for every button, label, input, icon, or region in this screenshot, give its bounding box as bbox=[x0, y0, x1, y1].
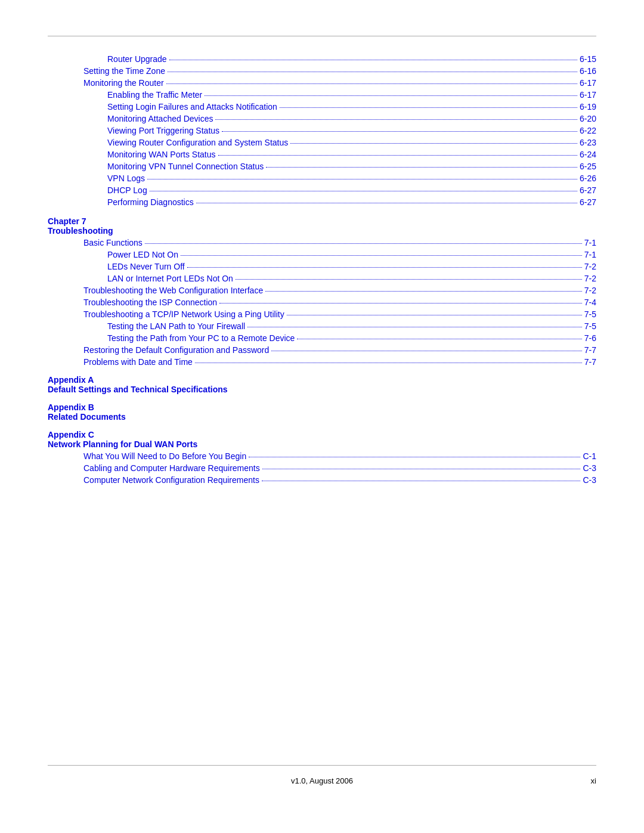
dots bbox=[280, 107, 577, 108]
entry-text: Monitoring VPN Tunnel Connection Status bbox=[107, 162, 264, 171]
page-num: 6-24 bbox=[580, 150, 596, 159]
dots bbox=[147, 179, 577, 179]
toc-entry-restoring-default-config[interactable]: Restoring the Default Configuration and … bbox=[48, 345, 596, 355]
toc-entry-enabling-traffic-meter[interactable]: Enabling the Traffic Meter 6-17 bbox=[48, 90, 596, 100]
dots bbox=[187, 267, 582, 268]
entry-text: Setting the Time Zone bbox=[83, 66, 165, 76]
page-num: C-3 bbox=[583, 463, 596, 473]
dots bbox=[247, 327, 582, 327]
toc-entry-performing-diagnostics[interactable]: Performing Diagnostics 6-27 bbox=[48, 197, 596, 207]
dots bbox=[290, 143, 577, 144]
toc-entry-router-upgrade[interactable]: Router Upgrade 6-15 bbox=[48, 54, 596, 64]
toc-entry-computer-network-config[interactable]: Computer Network Configuration Requireme… bbox=[48, 475, 596, 485]
dots bbox=[236, 279, 582, 280]
page-num: 6-17 bbox=[580, 90, 596, 100]
entry-text: Performing Diagnostics bbox=[107, 197, 194, 207]
footer-page: xi bbox=[578, 776, 596, 785]
bottom-divider bbox=[48, 765, 596, 766]
toc-entry-monitoring-attached-devices[interactable]: Monitoring Attached Devices 6-20 bbox=[48, 114, 596, 123]
toc-entry-vpn-logs[interactable]: VPN Logs 6-26 bbox=[48, 174, 596, 183]
page-num: 6-23 bbox=[580, 138, 596, 147]
entry-text: Monitoring WAN Ports Status bbox=[107, 150, 216, 159]
toc-entry-troubleshooting-isp[interactable]: Troubleshooting the ISP Connection 7-4 bbox=[48, 298, 596, 307]
dots bbox=[262, 469, 581, 469]
dots bbox=[222, 131, 577, 132]
entry-text: Power LED Not On bbox=[107, 250, 178, 259]
page-num: 7-4 bbox=[584, 298, 596, 307]
entry-text: Viewing Port Triggering Status bbox=[107, 126, 219, 135]
page-num: 7-7 bbox=[584, 345, 596, 355]
toc-entry-dhcp-log[interactable]: DHCP Log 6-27 bbox=[48, 185, 596, 195]
toc-entry-testing-path-pc[interactable]: Testing the Path from Your PC to a Remot… bbox=[48, 333, 596, 343]
page-num: 6-27 bbox=[580, 185, 596, 195]
toc-entry-monitoring-wan-ports[interactable]: Monitoring WAN Ports Status 6-24 bbox=[48, 150, 596, 159]
toc-entry-basic-functions[interactable]: Basic Functions 7-1 bbox=[48, 238, 596, 247]
toc-entry-problems-date-time[interactable]: Problems with Date and Time 7-7 bbox=[48, 357, 596, 367]
page-num: 7-1 bbox=[584, 250, 596, 259]
toc-entry-monitoring-vpn-tunnel[interactable]: Monitoring VPN Tunnel Connection Status … bbox=[48, 162, 596, 171]
page-num: 6-22 bbox=[580, 126, 596, 135]
toc-entry-cabling-hardware[interactable]: Cabling and Computer Hardware Requiremen… bbox=[48, 463, 596, 473]
chapter7-heading: Chapter 7 Troubleshooting bbox=[48, 216, 596, 236]
toc-entry-power-led-not-on[interactable]: Power LED Not On 7-1 bbox=[48, 250, 596, 259]
appendix-b-label: Appendix B bbox=[48, 402, 596, 412]
appendix-c-heading: Appendix C Network Planning for Dual WAN… bbox=[48, 430, 596, 449]
toc-entry-monitoring-router[interactable]: Monitoring the Router 6-17 bbox=[48, 78, 596, 88]
entry-text: Troubleshooting the ISP Connection bbox=[83, 298, 217, 307]
toc-entry-testing-lan-path[interactable]: Testing the LAN Path to Your Firewall 7-… bbox=[48, 321, 596, 331]
dots bbox=[150, 191, 577, 191]
page-num: 6-26 bbox=[580, 174, 596, 183]
dots bbox=[218, 155, 577, 156]
entry-text: What You Will Need to Do Before You Begi… bbox=[83, 451, 246, 461]
entry-text: Troubleshooting a TCP/IP Network Using a… bbox=[83, 309, 284, 319]
entry-text: Setting Login Failures and Attacks Notif… bbox=[107, 102, 277, 112]
appendix-a-title: Default Settings and Technical Specifica… bbox=[48, 385, 596, 394]
toc-entry-lan-internet-port-leds[interactable]: LAN or Internet Port LEDs Not On 7-2 bbox=[48, 274, 596, 283]
entry-text: LEDs Never Turn Off bbox=[107, 262, 185, 271]
entry-text: Cabling and Computer Hardware Requiremen… bbox=[83, 463, 260, 473]
page-num: 6-17 bbox=[580, 78, 596, 88]
entry-text: Restoring the Default Configuration and … bbox=[83, 345, 269, 355]
page-num: 6-27 bbox=[580, 197, 596, 207]
chapter7-label: Chapter 7 bbox=[48, 216, 596, 226]
toc-entry-viewing-router-config[interactable]: Viewing Router Configuration and System … bbox=[48, 138, 596, 147]
footer: v1.0, August 2006 xi bbox=[48, 772, 596, 785]
entry-text: Enabling the Traffic Meter bbox=[107, 90, 202, 100]
entry-text: Monitoring Attached Devices bbox=[107, 114, 213, 123]
toc-entry-leds-never-turn-off[interactable]: LEDs Never Turn Off 7-2 bbox=[48, 262, 596, 271]
entry-text: Testing the LAN Path to Your Firewall bbox=[107, 321, 245, 331]
page-num: 6-20 bbox=[580, 114, 596, 123]
entry-text: VPN Logs bbox=[107, 174, 145, 183]
page-num: C-1 bbox=[583, 451, 596, 461]
dots bbox=[271, 351, 581, 351]
dots bbox=[169, 60, 577, 60]
page-num: 7-2 bbox=[584, 286, 596, 295]
dots bbox=[168, 72, 577, 72]
entry-text: Viewing Router Configuration and System … bbox=[107, 138, 288, 147]
toc-entry-what-you-will-need[interactable]: What You Will Need to Do Before You Begi… bbox=[48, 451, 596, 461]
entry-text: Monitoring the Router bbox=[83, 78, 164, 88]
appendix-b-heading: Appendix B Related Documents bbox=[48, 402, 596, 422]
toc-container: Router Upgrade 6-15 Setting the Time Zon… bbox=[48, 54, 596, 765]
entry-text: Router Upgrade bbox=[107, 54, 167, 64]
dots bbox=[145, 243, 582, 244]
dots bbox=[215, 119, 577, 120]
page-num: 6-25 bbox=[580, 162, 596, 171]
page-num: 7-5 bbox=[584, 309, 596, 319]
toc-entry-setting-time-zone[interactable]: Setting the Time Zone 6-16 bbox=[48, 66, 596, 76]
entry-text: LAN or Internet Port LEDs Not On bbox=[107, 274, 233, 283]
entry-text: Testing the Path from Your PC to a Remot… bbox=[107, 333, 295, 343]
dots bbox=[166, 83, 577, 84]
toc-entry-troubleshooting-tcp-ip[interactable]: Troubleshooting a TCP/IP Network Using a… bbox=[48, 309, 596, 319]
appendix-a-label: Appendix A bbox=[48, 375, 596, 385]
entry-text: Troubleshooting the Web Configuration In… bbox=[83, 286, 263, 295]
dots bbox=[266, 167, 577, 168]
toc-entry-troubleshooting-web-config[interactable]: Troubleshooting the Web Configuration In… bbox=[48, 286, 596, 295]
dots bbox=[219, 303, 582, 304]
page-num: 7-2 bbox=[584, 262, 596, 271]
page-num: 7-7 bbox=[584, 357, 596, 367]
toc-entry-viewing-port-triggering[interactable]: Viewing Port Triggering Status 6-22 bbox=[48, 126, 596, 135]
entry-text: Problems with Date and Time bbox=[83, 357, 193, 367]
entry-text: Basic Functions bbox=[83, 238, 143, 247]
toc-entry-setting-login-failures[interactable]: Setting Login Failures and Attacks Notif… bbox=[48, 102, 596, 112]
